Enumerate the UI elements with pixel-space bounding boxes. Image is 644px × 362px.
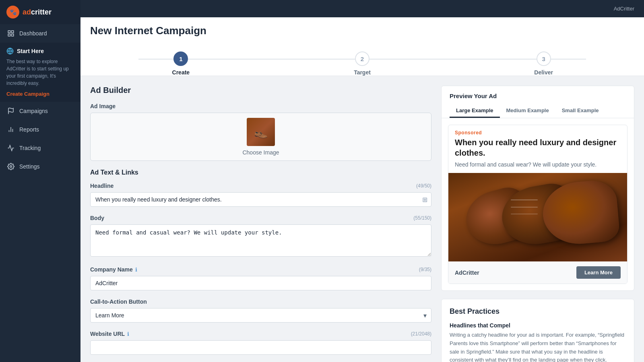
ad-text-section: Ad Text & Links Headline (49/50) ⊞ Bo — [90, 169, 431, 355]
preview-title: Preview Your Ad — [450, 93, 626, 99]
headline-input[interactable] — [90, 192, 431, 207]
company-info-icon[interactable]: ℹ — [135, 267, 137, 273]
tab-small-example[interactable]: Small Example — [555, 104, 605, 118]
step-target[interactable]: 2 Target — [272, 51, 453, 76]
logo-icon: 🐾 — [6, 6, 19, 19]
sidebar-item-dashboard-label: Dashboard — [19, 30, 47, 37]
expand-icon[interactable]: ⊞ — [422, 196, 427, 204]
best-practices: Best Practices Headlines that Compel Wri… — [441, 299, 634, 362]
image-upload-box[interactable]: 👞 Choose Image — [90, 113, 431, 161]
step-label-deliver: Deliver — [534, 69, 553, 76]
create-campaign-link[interactable]: Create Campaign — [6, 91, 74, 97]
cta-label: Call-to-Action Button — [90, 298, 431, 305]
bp-headlines-text: Writing a catchy headline for your ad is… — [450, 331, 626, 362]
ad-image-label: Ad Image — [90, 103, 431, 109]
preview-tabs: Large Example Medium Example Small Examp… — [450, 104, 626, 118]
right-panel: Preview Your Ad Large Example Medium Exa… — [441, 86, 634, 352]
sidebar-item-dashboard[interactable]: Dashboard — [0, 24, 80, 43]
preview-body: Sponsored When you really need luxury an… — [442, 118, 634, 290]
ad-headline: When you really need luxury and designer… — [448, 137, 627, 160]
body-count: (55/150) — [413, 215, 431, 221]
ad-body-text: Need formal and casual wear? We will upd… — [448, 160, 627, 173]
best-practices-title: Best Practices — [450, 307, 626, 316]
shoe-thumbnail: 👞 — [247, 118, 275, 146]
stepper: 1 Create 2 Target 3 Deliver — [90, 43, 634, 76]
company-name-input[interactable] — [90, 276, 431, 290]
svg-rect-1 — [12, 31, 14, 33]
headline-group: Headline (49/50) ⊞ — [90, 183, 431, 207]
ad-preview: Sponsored When you really need luxury an… — [448, 125, 627, 284]
ad-sponsored: Sponsored — [448, 125, 627, 137]
left-panel: Ad Builder Ad Image 👞 Choose Image Ad Te… — [90, 86, 431, 352]
step-create[interactable]: 1 Create — [90, 51, 272, 76]
ad-builder-title: Ad Builder — [90, 86, 431, 95]
svg-rect-2 — [8, 34, 10, 36]
step-circle-3: 3 — [537, 51, 551, 66]
logo-text: adadcrittercritter — [23, 8, 52, 16]
cta-select-wrapper: Learn More Shop Now Sign Up Contact Us G… — [90, 308, 431, 323]
headline-count: (49/50) — [416, 183, 431, 189]
image-thumb-container: 👞 Choose Image — [242, 118, 279, 156]
ad-footer: AdCritter Learn More — [448, 261, 627, 284]
ad-image-group: Ad Image 👞 Choose Image — [90, 103, 431, 161]
body-label: Body — [90, 215, 104, 221]
cta-select[interactable]: Learn More Shop Now Sign Up Contact Us G… — [90, 308, 431, 323]
headline-label-row: Headline (49/50) — [90, 183, 431, 189]
sidebar-item-tracking-label: Tracking — [19, 145, 41, 151]
content-area: Ad Builder Ad Image 👞 Choose Image Ad Te… — [80, 76, 644, 362]
ad-company: AdCritter — [455, 269, 479, 276]
svg-rect-3 — [12, 34, 14, 36]
bar-chart-icon — [6, 125, 15, 134]
sidebar-item-settings-label: Settings — [19, 163, 40, 170]
sidebar-item-reports-label: Reports — [19, 126, 39, 133]
tab-large-example[interactable]: Large Example — [450, 104, 500, 118]
preview-card: Preview Your Ad Large Example Medium Exa… — [441, 86, 634, 291]
body-group: Body (55/150) — [90, 215, 431, 258]
sidebar-logo: 🐾 adadcrittercritter — [0, 0, 80, 24]
step-circle-1: 1 — [173, 51, 188, 66]
svg-rect-0 — [8, 31, 10, 33]
website-url-label: Website URL — [90, 331, 125, 337]
sidebar-item-tracking[interactable]: Tracking — [0, 139, 80, 157]
ad-image-area — [448, 173, 627, 261]
bp-section-headlines: Headlines that Compel Writing a catchy h… — [450, 322, 626, 362]
main-content: AdCritter New Internet Campaign 1 Create… — [80, 0, 644, 362]
website-url-input[interactable] — [90, 340, 431, 355]
choose-image-text: Choose Image — [242, 149, 279, 156]
body-textarea[interactable] — [90, 224, 431, 257]
sidebar-item-campaigns-label: Campaigns — [19, 108, 48, 114]
company-label: Company Name — [90, 266, 133, 273]
website-count: (21/2048) — [411, 331, 431, 337]
user-label: AdCritter — [614, 6, 634, 12]
step-deliver[interactable]: 3 Deliver — [453, 51, 634, 76]
activity-icon — [6, 144, 15, 152]
page-title: New Internet Campaign — [90, 25, 634, 43]
top-bar: AdCritter — [80, 0, 644, 17]
gear-icon — [6, 162, 15, 171]
headline-input-wrapper: ⊞ — [90, 192, 431, 207]
start-here-description: The best way to explore AdCritter is to … — [6, 58, 74, 87]
step-label-create: Create — [172, 69, 190, 76]
sidebar-item-campaigns[interactable]: Campaigns — [0, 102, 80, 120]
website-label-row: Website URL ℹ (21/2048) — [90, 331, 431, 337]
ad-text-title: Ad Text & Links — [90, 169, 431, 176]
sidebar-item-reports[interactable]: Reports — [0, 120, 80, 139]
sidebar-item-settings[interactable]: Settings — [0, 157, 80, 176]
svg-point-10 — [10, 166, 12, 168]
cta-group: Call-to-Action Button Learn More Shop No… — [90, 298, 431, 323]
step-circle-2: 2 — [355, 51, 369, 66]
headline-label: Headline — [90, 183, 114, 189]
company-label-row: Company Name ℹ (9/35) — [90, 266, 431, 273]
step-label-target: Target — [354, 69, 371, 76]
website-url-group: Website URL ℹ (21/2048) — [90, 331, 431, 355]
tab-medium-example[interactable]: Medium Example — [500, 104, 555, 118]
page-header: New Internet Campaign 1 Create 2 Target … — [80, 17, 644, 76]
ad-cta-button[interactable]: Learn More — [576, 266, 621, 279]
website-info-icon[interactable]: ℹ — [127, 331, 129, 337]
sidebar: 🐾 adadcrittercritter Dashboard Start Her… — [0, 0, 80, 362]
company-name-group: Company Name ℹ (9/35) — [90, 266, 431, 290]
company-count: (9/35) — [419, 267, 431, 272]
preview-header: Preview Your Ad Large Example Medium Exa… — [442, 86, 634, 118]
grid-icon — [6, 29, 15, 38]
flag-icon — [6, 107, 15, 115]
